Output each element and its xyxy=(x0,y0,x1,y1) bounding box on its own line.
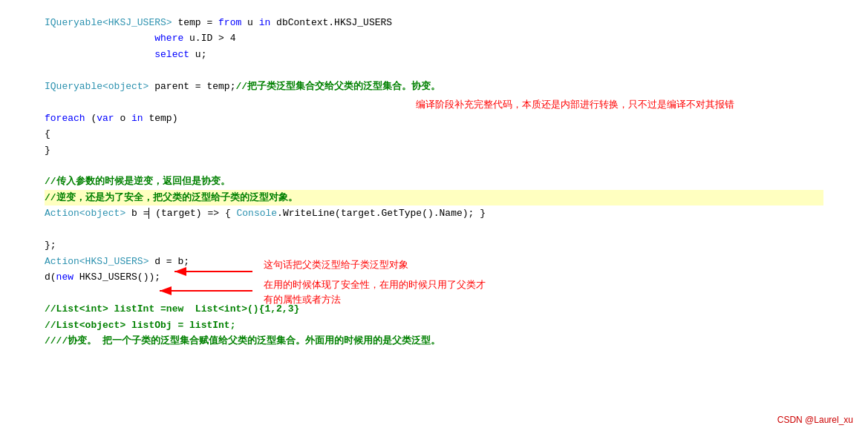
comment-listint: //List<int> listInt =new List<int>(){1,2… xyxy=(45,303,299,315)
annotation3-line1: 在用的时候体现了安全性，在用的时候只用了父类才 xyxy=(264,279,486,290)
plain-select-body: u; xyxy=(189,49,206,60)
code-line-13: Action<object> b = (target) => { Console… xyxy=(45,205,823,221)
comment-listobj: //List<object> listObj = listInt; xyxy=(45,320,235,331)
plain-indent2 xyxy=(45,33,154,44)
plain-temp: temp = xyxy=(172,17,218,28)
plain-d-new: d( xyxy=(45,272,56,283)
plain-dbcontext: dbContext.HKSJ_USERS xyxy=(270,17,392,28)
type-iqueryable2: IQueryable xyxy=(45,81,102,92)
plain-semicolon-brace: }; xyxy=(45,240,56,251)
code-line-16: Action<HKSJ_USERS> d = b; xyxy=(45,254,823,269)
comment-covariant2: ////协变。 把一个子类的泛型集合赋值给父类的泛型集合。外面用的时候用的是父类… xyxy=(45,335,440,346)
kw-in2: in xyxy=(131,113,143,124)
type-action2: Action xyxy=(45,256,79,267)
code-line-15: }; xyxy=(45,237,823,253)
line-16-container: Action<HKSJ_USERS> d = b; xyxy=(45,254,823,269)
code-line-20: //List<object> listObj = listInt; xyxy=(45,318,823,333)
plain-close-brace: } xyxy=(45,145,50,156)
kw-where: where xyxy=(154,33,183,44)
code-line-21: ////协变。 把一个子类的泛型集合赋值给父类的泛型集合。外面用的时候用的是父类… xyxy=(45,333,823,349)
plain-b-eq: b = xyxy=(125,208,149,219)
comment-contravariant2: //逆变，还是为了安全，把父类的泛型给子类的泛型对象。 xyxy=(45,192,298,203)
code-line-14-empty xyxy=(45,222,823,237)
plain-foreach-o: o xyxy=(114,113,131,124)
type-iqueryable: IQueryable xyxy=(45,17,102,28)
code-line-12-highlight: //逆变，还是为了安全，把父类的泛型给子类的泛型对象。 xyxy=(45,190,823,205)
arrow2-svg xyxy=(156,283,260,298)
type-generic2: <object> xyxy=(102,81,149,92)
type-console: Console xyxy=(236,208,277,219)
annotation3-line2: 有的属性或者方法 xyxy=(264,294,341,305)
kw-new: new xyxy=(56,272,74,283)
code-line-11: //传入参数的时候是逆变，返回但是协变。 xyxy=(45,174,823,189)
annotation-compile-text: 编译阶段补充完整代码，本质还是内部进行转换，只不过是编译不对其报错 xyxy=(416,99,734,110)
plain-open-brace: { xyxy=(45,128,50,139)
plain-u-in: u xyxy=(241,17,258,28)
arrow1-container xyxy=(171,264,260,282)
code-line-10-empty xyxy=(45,158,823,174)
kw-from: from xyxy=(218,17,241,28)
annotation3-text: 在用的时候体现了安全性，在用的时候只用了父类才 有的属性或者方法 xyxy=(264,277,486,306)
type-action1: Action xyxy=(45,208,79,219)
type-object: <object> xyxy=(79,208,125,219)
footer-text: CSDN @Laurel_xu xyxy=(777,415,853,425)
code-line-4-empty xyxy=(45,62,823,78)
code-line-1: IQueryable<HKSJ_USERS> temp = from u in … xyxy=(45,15,823,30)
plain-writeline: .WriteLine(target.GetType().Name); } xyxy=(277,208,486,219)
type-hksj2: <HKSJ_USERS> xyxy=(79,256,149,267)
comment-covariant: //把子类泛型集合交给父类的泛型集合。协变。 xyxy=(235,81,440,92)
annotation-compile: 编译阶段补充完整代码，本质还是内部进行转换，只不过是编译不对其报错 xyxy=(416,98,734,111)
annotation2-container: 这句话把父类泛型给子类泛型对象 xyxy=(264,258,408,272)
plain-foreach-temp: temp) xyxy=(143,113,178,124)
code-line-7: foreach (var o in temp) xyxy=(45,111,823,126)
annotation2-text: 这句话把父类泛型给子类泛型对象 xyxy=(264,259,408,270)
arrow2-container xyxy=(156,283,260,301)
plain-foreach-var: ( xyxy=(85,113,97,124)
comment-contravariant: //传入参数的时候是逆变，返回但是协变。 xyxy=(45,176,230,187)
cursor xyxy=(149,208,155,219)
plain-indent3 xyxy=(45,49,154,60)
plain-where-body: u.ID > 4 xyxy=(183,33,235,44)
kw-foreach: foreach xyxy=(45,113,85,124)
plain-lambda: (target) => { xyxy=(155,208,236,219)
arrow1-svg xyxy=(171,264,260,279)
kw-var: var xyxy=(97,113,114,124)
kw-in1: in xyxy=(259,17,271,28)
code-line-9: } xyxy=(45,142,823,158)
code-area: IQueryable<HKSJ_USERS> temp = from u in … xyxy=(0,0,868,364)
type-generic1: <HKSJ_USERS> xyxy=(102,17,172,28)
code-line-8: { xyxy=(45,126,823,142)
kw-select: select xyxy=(154,49,189,60)
plain-parent: parent = temp; xyxy=(149,81,235,92)
plain-hksj-users: HKSJ_USERS()); xyxy=(74,272,160,283)
code-line-2: where u.ID > 4 xyxy=(45,30,823,46)
footer: CSDN @Laurel_xu xyxy=(777,415,853,425)
code-line-3: select u; xyxy=(45,47,823,62)
code-line-5: IQueryable<object> parent = temp;//把子类泛型… xyxy=(45,79,823,94)
annotation3-container: 在用的时候体现了安全性，在用的时候只用了父类才 有的属性或者方法 xyxy=(264,277,486,306)
